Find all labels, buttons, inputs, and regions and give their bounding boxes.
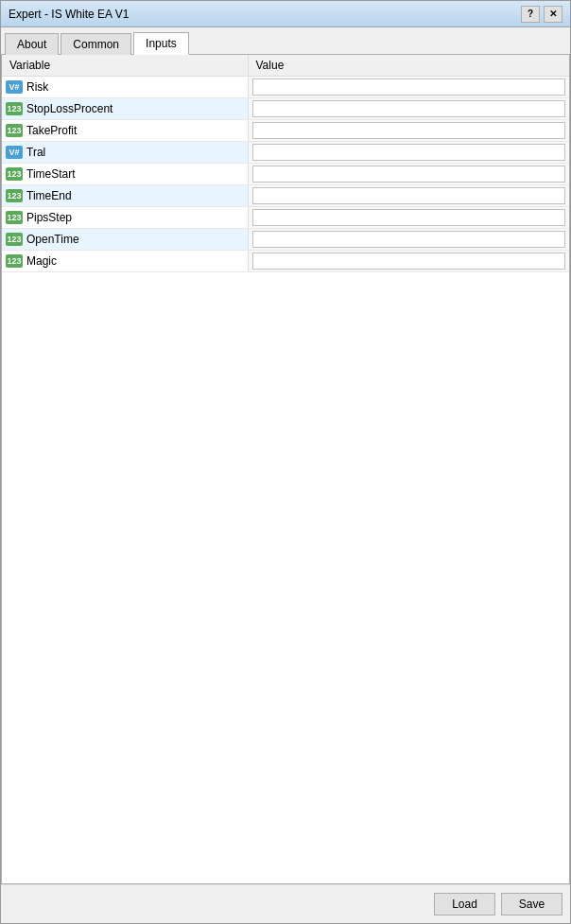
var-value-input[interactable] [252, 187, 566, 204]
var-name-cell: 123 Magic [2, 251, 248, 272]
params-table-container: Variable Value V# Risk 123 StopLos [2, 55, 569, 469]
main-window: Expert - IS White EA V1 ? ✕ About Common… [0, 0, 571, 924]
table-row: 123 TimeEnd [2, 185, 569, 207]
var-value-input[interactable] [252, 231, 566, 248]
var-name-label: Risk [26, 80, 48, 94]
window-title: Expert - IS White EA V1 [9, 8, 129, 21]
var-name-label: Tral [26, 146, 45, 159]
var-type-icon: 123 [6, 233, 23, 246]
var-value-cell [248, 229, 569, 251]
title-bar: Expert - IS White EA V1 ? ✕ [1, 1, 570, 27]
var-value-cell [248, 251, 569, 272]
save-button[interactable]: Save [501, 893, 562, 915]
var-type-icon: 123 [6, 211, 23, 224]
table-row: 123 Magic [2, 251, 569, 272]
tab-common[interactable]: Common [61, 33, 131, 55]
var-value-cell [248, 185, 569, 207]
var-name-cell: 123 TimeStart [2, 164, 248, 185]
params-table: Variable Value V# Risk 123 StopLos [2, 55, 569, 272]
var-name-label: StopLossProcent [26, 102, 112, 115]
table-row: V# Tral [2, 142, 569, 164]
var-value-input[interactable] [252, 253, 566, 270]
table-row: V# Risk [2, 77, 569, 98]
var-name-label: TimeEnd [26, 189, 72, 202]
var-value-cell [248, 98, 569, 120]
var-name-cell: 123 TakeProfit [2, 120, 248, 142]
content-area: Variable Value V# Risk 123 StopLos [1, 55, 570, 884]
var-value-input[interactable] [252, 144, 566, 161]
load-button[interactable]: Load [434, 893, 495, 915]
var-name-cell: 123 OpenTime [2, 229, 248, 251]
var-name-label: TimeStart [26, 167, 76, 181]
help-button[interactable]: ? [521, 6, 540, 23]
table-row: 123 OpenTime [2, 229, 569, 251]
var-name-label: TakeProfit [26, 124, 77, 137]
var-name-cell: 123 PipsStep [2, 207, 248, 229]
var-name-cell: 123 TimeEnd [2, 185, 248, 207]
var-value-input[interactable] [252, 166, 566, 183]
table-row: 123 PipsStep [2, 207, 569, 229]
var-value-cell [248, 142, 569, 164]
col-value-header: Value [248, 55, 569, 77]
var-value-input[interactable] [252, 100, 566, 117]
var-type-icon: 123 [6, 124, 23, 137]
var-value-input[interactable] [252, 209, 566, 226]
window-controls: ? ✕ [521, 6, 562, 23]
col-variable-header: Variable [2, 55, 248, 77]
empty-space [2, 469, 569, 883]
var-value-input[interactable] [252, 78, 566, 96]
var-type-icon: V# [6, 80, 23, 94]
var-type-icon: 123 [6, 102, 23, 115]
table-row: 123 StopLossProcent [2, 98, 569, 120]
var-name-label: Magic [26, 254, 57, 268]
var-value-input[interactable] [252, 122, 566, 139]
tab-about[interactable]: About [5, 33, 59, 55]
var-name-cell: V# Tral [2, 142, 248, 164]
table-row: 123 TakeProfit [2, 120, 569, 142]
var-value-cell [248, 207, 569, 229]
var-value-cell [248, 120, 569, 142]
close-button[interactable]: ✕ [544, 6, 562, 23]
tab-inputs[interactable]: Inputs [133, 32, 189, 55]
var-value-cell [248, 164, 569, 185]
var-value-cell [248, 77, 569, 98]
table-row: 123 TimeStart [2, 164, 569, 185]
var-name-label: PipsStep [26, 211, 72, 224]
var-type-icon: 123 [6, 189, 23, 202]
var-type-icon: 123 [6, 254, 23, 268]
tab-bar: About Common Inputs [1, 27, 570, 55]
var-type-icon: 123 [6, 167, 23, 181]
bottom-bar: Load Save [1, 884, 570, 923]
var-type-icon: V# [6, 146, 23, 159]
var-name-cell: V# Risk [2, 77, 248, 98]
var-name-cell: 123 StopLossProcent [2, 98, 248, 120]
var-name-label: OpenTime [26, 233, 79, 246]
